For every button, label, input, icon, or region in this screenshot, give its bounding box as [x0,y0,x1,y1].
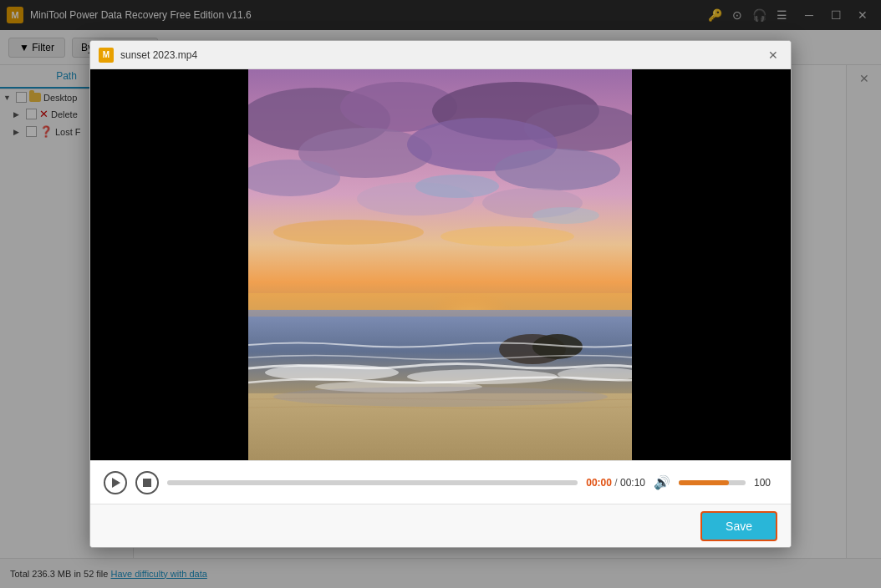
app-window: M MiniTool Power Data Recovery Free Edit… [0,0,881,588]
play-button[interactable] [104,471,127,494]
svg-point-12 [273,220,424,245]
modal-overlay: M sunset 2023.mp4 ✕ [0,0,881,588]
black-bar-left [90,69,249,460]
svg-rect-20 [248,310,633,317]
black-bar-right [632,69,791,460]
stop-icon [143,479,151,487]
volume-icon[interactable]: 🔊 [654,474,670,490]
save-button[interactable]: Save [700,511,777,541]
svg-point-26 [273,387,608,407]
video-scene [248,69,633,460]
stop-button[interactable] [135,471,159,494]
modal-title: sunset 2023.mp4 [120,49,757,61]
modal-titlebar: M sunset 2023.mp4 ✕ [90,41,791,69]
volume-bar[interactable] [679,480,746,485]
svg-point-13 [440,226,574,246]
svg-point-14 [415,175,499,198]
volume-bar-fill [679,480,729,485]
modal-logo-icon: M [99,48,114,63]
video-container [90,69,791,460]
time-current: 00:00 [586,477,612,489]
time-divider: / [612,477,620,489]
svg-rect-16 [248,293,633,310]
progress-bar[interactable] [167,480,578,485]
controls-bar: 00:00 / 00:10 🔊 100 [90,460,791,504]
modal-footer: Save [90,504,791,547]
volume-number: 100 [754,477,777,489]
svg-point-9 [495,149,620,190]
time-total: 00:10 [620,477,645,489]
time-display: 00:00 / 00:10 [586,477,645,489]
svg-point-15 [532,207,599,224]
preview-modal: M sunset 2023.mp4 ✕ [89,40,792,548]
play-icon [112,478,120,488]
sunset-svg [248,69,633,460]
modal-close-button[interactable]: ✕ [764,46,782,64]
